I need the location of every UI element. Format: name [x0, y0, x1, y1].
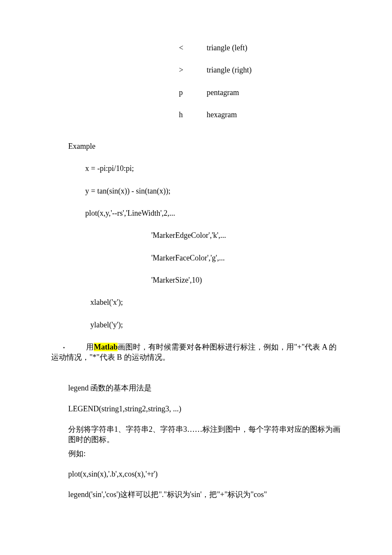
symbol-value: hexagram [207, 110, 341, 120]
code-line: 'MarkerFaceColor','g',... [151, 253, 341, 263]
example-heading: Example [68, 141, 341, 151]
symbol-key: < [179, 43, 207, 53]
bullet-icon: • [63, 345, 65, 351]
paragraph-legend-intro: legend 函数的基本用法是 [68, 383, 341, 393]
symbol-value: triangle (right) [207, 65, 341, 75]
symbol-table: < triangle (left) > triangle (right) p p… [179, 43, 341, 120]
highlight-matlab: Matlab [94, 343, 118, 351]
text-prefix: 用 [86, 343, 94, 351]
code-line: plot(x,y,'--rs','LineWidth',2,... [85, 208, 341, 218]
paragraph-legend-desc: 分别将字符串1、字符串2、字符串3……标注到图中，每个字符串对应的图标为画图时的… [68, 424, 341, 445]
code-line: 'MarkerEdgeColor','k',... [151, 230, 341, 240]
symbol-value: triangle (left) [207, 43, 341, 53]
symbol-value: pentagram [207, 87, 341, 98]
paragraph-example-label: 例如: [68, 448, 341, 459]
paragraph-plot-code: plot(x,sin(x),'.b',x,cos(x),'+r') [68, 469, 341, 479]
symbol-row: h hexagram [179, 110, 341, 120]
code-line: ylabel('y'); [90, 320, 341, 330]
symbol-key: > [179, 65, 207, 75]
symbol-row: < triangle (left) [179, 43, 341, 53]
code-line: 'MarkerSize',10) [151, 275, 341, 285]
symbol-key: h [179, 110, 207, 120]
symbol-row: p pentagram [179, 87, 341, 98]
symbol-row: > triangle (right) [179, 65, 341, 75]
symbol-key: p [179, 87, 207, 98]
code-line: y = tan(sin(x)) - sin(tan(x)); [85, 186, 341, 196]
paragraph-legend-code: legend('sin','cos')这样可以把"."标识为'sin'，把"+"… [68, 489, 341, 500]
paragraph-matlab: •用Matlab画图时，有时候需要对各种图标进行标注，例如，用"+"代表 A 的… [51, 342, 341, 363]
paragraph-legend-syntax: LEGEND(string1,string2,string3, ...) [68, 404, 341, 414]
code-line: x = -pi:pi/10:pi; [85, 163, 341, 173]
code-line: xlabel('x'); [90, 297, 341, 307]
